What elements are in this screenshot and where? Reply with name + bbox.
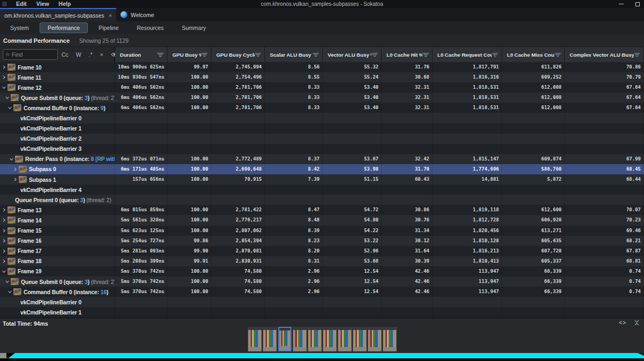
collapse-icon[interactable] xyxy=(634,320,640,326)
chevron-collapsed-icon[interactable] xyxy=(1,238,6,243)
regex-button[interactable]: .* xyxy=(85,51,96,58)
table-row[interactable]: Frame 185ms 208us 399ns99.912,830,9318.3… xyxy=(0,256,644,266)
chevron-collapsed-icon[interactable] xyxy=(1,218,6,223)
filter-icon[interactable] xyxy=(313,52,319,57)
table-row[interactable]: Frame 195ms 370us 742ns100.0074,5802.961… xyxy=(0,266,644,276)
filmstrip-thumbnail[interactable] xyxy=(383,327,396,351)
menu-help[interactable]: Help xyxy=(54,0,76,8)
table-cell: 6ms 406us 562ns xyxy=(115,93,168,103)
column-header-complex-vector-alu-busy-[interactable]: Complex Vector ALU Busy % xyxy=(565,47,644,62)
tab-summary[interactable]: Summary xyxy=(175,23,214,33)
table-row[interactable]: Frame 1010ms 900us 625ns99.972,745,9948.… xyxy=(0,62,644,72)
tab-resources[interactable]: Resources xyxy=(130,23,171,33)
column-header-label: L0 Cache Hit % xyxy=(387,52,422,58)
table-cell: 74,580 xyxy=(211,276,265,287)
menu-view[interactable]: View xyxy=(32,0,54,8)
table-cell: 42.46 xyxy=(382,276,433,287)
table-row[interactable]: Frame 175ms 281us 093ns99.902,870,0818.2… xyxy=(0,246,644,256)
chevron-collapsed-icon[interactable] xyxy=(1,75,6,80)
filmstrip-thumbnail[interactable] xyxy=(368,327,381,351)
table-row[interactable]: Command Buffer 0 (instance: 16)5ms 370us… xyxy=(0,287,644,297)
table-cell xyxy=(115,134,168,144)
chevron-expanded-icon[interactable] xyxy=(4,279,10,285)
search-input[interactable] xyxy=(12,51,55,58)
chevron-collapsed-icon[interactable] xyxy=(1,65,6,70)
table-row[interactable]: Frame 155ms 623us 125ns100.002,807,0628.… xyxy=(0,226,644,236)
column-header-scalar-alu-busy-[interactable]: Scalar ALU Busy % xyxy=(265,47,323,62)
column-header-vector-alu-busy-[interactable]: Vector ALU Busy % xyxy=(323,47,382,62)
table-row[interactable]: Subpass 1157us 656ns100.0070,9157.3951.1… xyxy=(0,174,644,185)
chevron-expanded-icon[interactable] xyxy=(9,156,14,162)
chevron-collapsed-icon[interactable] xyxy=(12,177,18,182)
search-input-wrapper[interactable] xyxy=(3,49,58,60)
match-case-button[interactable]: Cc xyxy=(58,51,72,58)
table-row[interactable]: Frame 126ms 406us 562ns100.002,781,7068.… xyxy=(0,82,644,93)
maximize-button[interactable] xyxy=(635,2,640,6)
minimize-button[interactable] xyxy=(619,4,624,4)
filter-icon[interactable] xyxy=(157,52,164,57)
filmstrip-thumbnail[interactable] xyxy=(248,327,261,351)
tree-cell: vkCmdPipelineBarrier 1 xyxy=(0,307,115,317)
chevron-collapsed-icon[interactable] xyxy=(12,166,18,172)
chevron-expanded-icon[interactable] xyxy=(1,268,6,274)
chevron-expanded-icon[interactable] xyxy=(7,289,12,295)
filter-icon[interactable] xyxy=(422,52,429,57)
table-row[interactable]: vkCmdPipelineBarrier 4 xyxy=(0,185,644,195)
filter-icon[interactable] xyxy=(634,52,640,57)
filmstrip-thumbnail[interactable] xyxy=(293,327,306,351)
table-row[interactable]: Frame 145ms 561us 328ns100.002,776,2178.… xyxy=(0,215,644,225)
whole-word-button[interactable]: W xyxy=(72,51,85,58)
column-header-l0-cache-request-count[interactable]: L0 Cache Request Count xyxy=(433,47,502,62)
filmstrip-thumbnail[interactable] xyxy=(353,327,366,351)
chevron-expanded-icon[interactable] xyxy=(1,85,6,90)
column-header-duration[interactable]: Duration xyxy=(115,47,168,62)
table-row[interactable]: Queue Present 0 (queue: 3) (thread: 2) xyxy=(0,195,644,205)
filter-icon[interactable] xyxy=(372,52,378,57)
menu-edit[interactable]: Edit xyxy=(11,0,32,8)
table-row[interactable]: Subpass 06ms 171us 485ns100.002,690,6488… xyxy=(0,164,644,174)
tab-pipeline[interactable]: Pipeline xyxy=(91,23,126,33)
table-row[interactable]: Queue Submit 0 (queue: 3) (thread: 2)5ms… xyxy=(0,276,644,287)
table-row[interactable]: Render Pass 0 (instance: 8 [RP with 2 su… xyxy=(0,154,644,164)
column-header-l0-cache-miss-count[interactable]: L0 Cache Miss Count xyxy=(502,47,565,62)
filmstrip-thumbnail[interactable] xyxy=(323,327,336,351)
chevron-collapsed-icon[interactable] xyxy=(1,258,6,264)
filmstrip-thumbnail[interactable] xyxy=(308,327,321,351)
table-row[interactable]: Frame 165ms 254us 727ns99.862,854,3948.2… xyxy=(0,236,644,246)
chevron-collapsed-icon[interactable] xyxy=(1,248,6,254)
filter-icon[interactable] xyxy=(492,52,498,57)
row-label: Frame 12 xyxy=(18,85,42,91)
chevron-collapsed-icon[interactable] xyxy=(1,228,6,233)
table-row[interactable]: vkCmdPipelineBarrier 2 xyxy=(0,134,644,144)
table-row[interactable]: vkCmdPipelineBarrier 3 xyxy=(0,144,644,154)
column-header-gpu-busy-cycles[interactable]: GPU Busy Cycles xyxy=(211,47,265,62)
filmstrip-thumbnail-selected[interactable] xyxy=(278,327,291,351)
filmstrip-thumbnail[interactable] xyxy=(263,327,276,351)
table-row[interactable]: vkCmdPipelineBarrier 0 xyxy=(0,113,644,123)
chevron-collapsed-icon[interactable] xyxy=(1,208,6,213)
tab-system[interactable]: System xyxy=(3,23,36,33)
table-row[interactable]: Frame 136ms 015us 859ns100.002,781,4228.… xyxy=(0,205,644,215)
table-row[interactable]: vkCmdPipelineBarrier 0 xyxy=(0,297,644,307)
close-icon[interactable]: × xyxy=(109,12,112,19)
code-icon[interactable]: <> xyxy=(619,320,626,326)
table-row[interactable]: Command Buffer 0 (instance: 9)6ms 406us … xyxy=(0,103,644,113)
filmstrip-thumbnail[interactable] xyxy=(338,327,351,351)
table-row[interactable]: Queue Submit 0 (queue: 3) (thread: 2)6ms… xyxy=(0,93,644,103)
tree-cell: Frame 18 xyxy=(0,256,115,266)
chevron-expanded-icon[interactable] xyxy=(7,105,12,111)
tab-welcome[interactable]: Welcome xyxy=(116,8,158,21)
table-row[interactable]: vkCmdPipelineBarrier 1 xyxy=(0,124,644,134)
column-header-l0-cache-hit-[interactable]: L0 Cache Hit % xyxy=(382,47,433,62)
clear-search-button[interactable]: × xyxy=(96,51,107,58)
chevron-expanded-icon[interactable] xyxy=(4,95,10,101)
filter-icon[interactable] xyxy=(255,52,261,57)
table-row[interactable]: vkCmdPipelineBarrier 1 xyxy=(0,307,644,317)
tab-performance[interactable]: Performance xyxy=(40,22,88,33)
filter-icon[interactable] xyxy=(201,52,208,57)
tab-document[interactable]: om.khronos.vulkan_samples-subpasses × xyxy=(0,8,116,21)
table-row[interactable]: Frame 1110ms 930us 547ns100.002,754,4968… xyxy=(0,72,644,82)
table-cell xyxy=(168,307,211,317)
column-header-gpu-busy-[interactable]: GPU Busy % xyxy=(168,47,211,62)
filter-icon[interactable] xyxy=(555,52,561,57)
